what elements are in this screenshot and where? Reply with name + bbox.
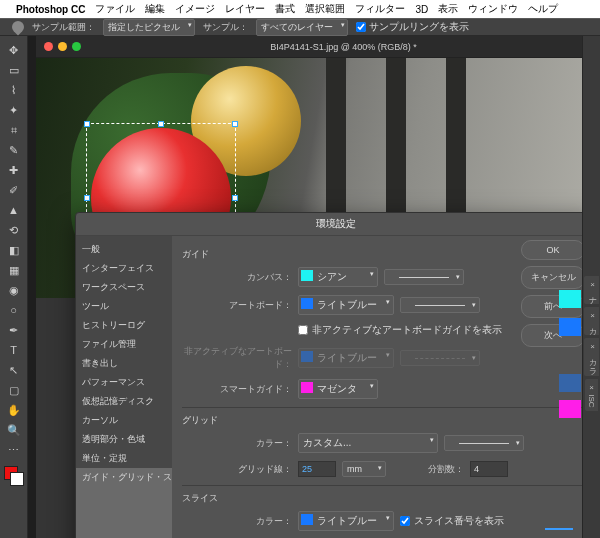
system-menubar: Photoshop CC ファイル 編集 イメージ レイヤー 書式 選択範囲 フ… bbox=[0, 0, 600, 18]
subdivisions-input[interactable] bbox=[470, 461, 508, 477]
grid-color-select[interactable]: カスタム... bbox=[298, 433, 438, 453]
side-scratch[interactable]: 仮想記憶ディスク bbox=[76, 392, 172, 411]
side-transparency[interactable]: 透明部分・色域 bbox=[76, 430, 172, 449]
inactive-artboard-style-select bbox=[400, 350, 480, 366]
menu-image[interactable]: イメージ bbox=[175, 2, 215, 16]
panel-tab-3[interactable]: × カラ bbox=[584, 338, 599, 375]
pen-tool[interactable]: ✒ bbox=[3, 320, 25, 340]
inactive-preview-swatch bbox=[559, 374, 581, 392]
healing-tool[interactable]: ✚ bbox=[3, 160, 25, 180]
menu-3d[interactable]: 3D bbox=[415, 4, 428, 15]
traffic-lights[interactable] bbox=[44, 42, 81, 51]
menu-layer[interactable]: レイヤー bbox=[225, 2, 265, 16]
menu-help[interactable]: ヘルプ bbox=[528, 2, 558, 16]
menu-view[interactable]: 表示 bbox=[438, 2, 458, 16]
panel-tab-4[interactable]: × ISC bbox=[585, 379, 598, 412]
lasso-tool[interactable]: ⌇ bbox=[3, 80, 25, 100]
sample-ring-checkbox[interactable]: サンプルリングを表示 bbox=[356, 20, 469, 34]
canvas-color-label: カンバス： bbox=[182, 271, 292, 284]
crop-tool[interactable]: ⌗ bbox=[3, 120, 25, 140]
side-interface[interactable]: インターフェイス bbox=[76, 259, 172, 278]
stamp-tool[interactable]: ▲ bbox=[3, 200, 25, 220]
inactive-artboard-checkbox[interactable]: 非アクティブなアートボードガイドを表示 bbox=[298, 323, 502, 337]
zoom-tool[interactable]: 🔍 bbox=[3, 420, 25, 440]
sample-layers-select[interactable]: すべてのレイヤー bbox=[256, 19, 348, 36]
panel-tab-1[interactable]: × ナ bbox=[584, 276, 599, 304]
canvas-area: BI4P4141-S1.jpg @ 400% (RGB/8) * 環境設定 一般… bbox=[28, 36, 600, 538]
side-filehandling[interactable]: ファイル管理 bbox=[76, 335, 172, 354]
dodge-tool[interactable]: ○ bbox=[3, 300, 25, 320]
path-preview-swatch[interactable] bbox=[545, 528, 573, 530]
grid-color-label: カラー： bbox=[182, 437, 292, 450]
sample-range-label: サンプル範囲： bbox=[32, 21, 95, 34]
hand-tool[interactable]: ✋ bbox=[3, 400, 25, 420]
subdivisions-label: 分割数： bbox=[428, 463, 464, 476]
side-export[interactable]: 書き出し bbox=[76, 354, 172, 373]
document-title: BI4P4141-S1.jpg @ 400% (RGB/8) * bbox=[87, 42, 600, 52]
sample-label: サンプル： bbox=[203, 21, 248, 34]
shape-tool[interactable]: ▢ bbox=[3, 380, 25, 400]
history-brush-tool[interactable]: ⟲ bbox=[3, 220, 25, 240]
dialog-title: 環境設定 bbox=[76, 213, 595, 236]
sample-range-select[interactable]: 指定したピクセル bbox=[103, 19, 195, 36]
eyedropper-tool[interactable]: ✎ bbox=[3, 140, 25, 160]
preferences-dialog: 環境設定 一般 インターフェイス ワークスペース ツール ヒストリーログ ファイ… bbox=[75, 212, 596, 538]
app-name[interactable]: Photoshop CC bbox=[16, 4, 85, 15]
side-performance[interactable]: パフォーマンス bbox=[76, 373, 172, 392]
eyedropper-icon[interactable] bbox=[10, 19, 27, 36]
preferences-sidebar: 一般 インターフェイス ワークスペース ツール ヒストリーログ ファイル管理 書… bbox=[76, 236, 172, 538]
gridline-label: グリッド線： bbox=[182, 463, 292, 476]
menu-file[interactable]: ファイル bbox=[95, 2, 135, 16]
collapsed-panels: × ナ × カ × カラ × ISC bbox=[582, 36, 600, 538]
canvas-preview-swatch[interactable] bbox=[559, 290, 581, 308]
slice-color-label: カラー： bbox=[182, 515, 292, 528]
path-select-tool[interactable]: ↖ bbox=[3, 360, 25, 380]
slice-number-checkbox[interactable]: スライス番号を表示 bbox=[400, 514, 504, 528]
gridline-unit-select[interactable]: mm bbox=[342, 461, 386, 477]
blur-tool[interactable]: ◉ bbox=[3, 280, 25, 300]
options-bar: サンプル範囲： 指定したピクセル サンプル： すべてのレイヤー サンプルリングを… bbox=[0, 18, 600, 36]
artboard-preview-swatch[interactable] bbox=[559, 318, 581, 336]
edit-toolbar[interactable]: ⋯ bbox=[3, 440, 25, 460]
side-tools[interactable]: ツール bbox=[76, 297, 172, 316]
menu-edit[interactable]: 編集 bbox=[145, 2, 165, 16]
type-tool[interactable]: T bbox=[3, 340, 25, 360]
canvas-style-select[interactable] bbox=[384, 269, 464, 285]
artboard-color-select[interactable]: ライトブルー bbox=[298, 295, 394, 315]
side-general[interactable]: 一般 bbox=[76, 240, 172, 259]
gridline-input[interactable] bbox=[298, 461, 336, 477]
side-guides-grid-slices[interactable]: ガイド・グリッド・スライス bbox=[76, 468, 172, 538]
side-cursor[interactable]: カーソル bbox=[76, 411, 172, 430]
artboard-style-select[interactable] bbox=[400, 297, 480, 313]
inactive-artboard-color-select: ライトブルー bbox=[298, 348, 394, 368]
slice-color-select[interactable]: ライトブルー bbox=[298, 511, 394, 531]
brush-tool[interactable]: ✐ bbox=[3, 180, 25, 200]
color-swatches[interactable] bbox=[4, 466, 24, 486]
canvas-color-select[interactable]: シアン bbox=[298, 267, 378, 287]
menu-select[interactable]: 選択範囲 bbox=[305, 2, 345, 16]
smartguide-color-label: スマートガイド： bbox=[182, 383, 292, 396]
menu-window[interactable]: ウィンドウ bbox=[468, 2, 518, 16]
grid-style-select[interactable] bbox=[444, 435, 524, 451]
magic-wand-tool[interactable]: ✦ bbox=[3, 100, 25, 120]
document-tab-bar: BI4P4141-S1.jpg @ 400% (RGB/8) * bbox=[36, 36, 600, 58]
ok-button[interactable]: OK bbox=[521, 240, 585, 260]
panel-tab-2[interactable]: × カ bbox=[584, 307, 599, 335]
eraser-tool[interactable]: ◧ bbox=[3, 240, 25, 260]
side-history[interactable]: ヒストリーログ bbox=[76, 316, 172, 335]
move-tool[interactable]: ✥ bbox=[3, 40, 25, 60]
inactive-artboard-label: 非アクティブなアートボード： bbox=[182, 345, 292, 371]
cancel-button[interactable]: キャンセル bbox=[521, 266, 585, 289]
smartguide-color-select[interactable]: マゼンタ bbox=[298, 379, 378, 399]
preferences-content: ガイド カンバス： シアン アートボード： ライトブルー 非アクティブなアートボ… bbox=[172, 236, 595, 538]
tool-palette: ✥ ▭ ⌇ ✦ ⌗ ✎ ✚ ✐ ▲ ⟲ ◧ ▦ ◉ ○ ✒ T ↖ ▢ ✋ 🔍 … bbox=[0, 36, 28, 538]
gradient-tool[interactable]: ▦ bbox=[3, 260, 25, 280]
smartguide-preview-swatch[interactable] bbox=[559, 400, 581, 418]
side-workspace[interactable]: ワークスペース bbox=[76, 278, 172, 297]
slice-section-label: スライス bbox=[182, 492, 585, 505]
menu-type[interactable]: 書式 bbox=[275, 2, 295, 16]
artboard-color-label: アートボード： bbox=[182, 299, 292, 312]
marquee-tool[interactable]: ▭ bbox=[3, 60, 25, 80]
side-units[interactable]: 単位・定規 bbox=[76, 449, 172, 468]
menu-filter[interactable]: フィルター bbox=[355, 2, 405, 16]
